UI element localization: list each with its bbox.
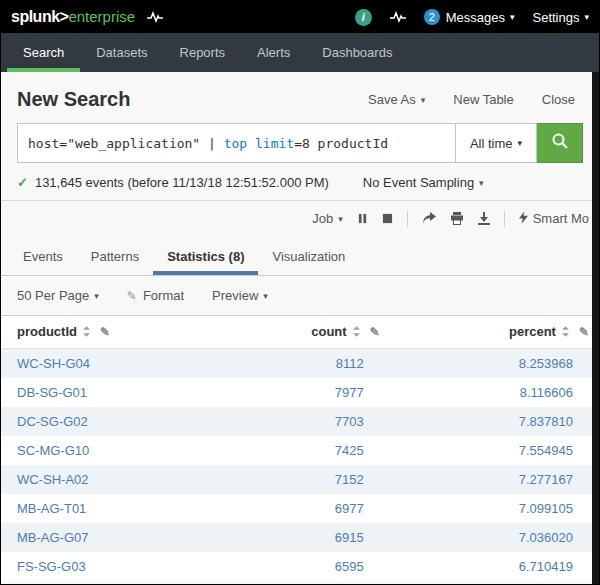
cell-percent[interactable]: 7.837810: [519, 414, 573, 429]
cell-percent[interactable]: 7.277167: [519, 472, 573, 487]
preview-label: Preview: [212, 288, 258, 303]
search-button[interactable]: [537, 123, 583, 163]
pencil-icon: ✎: [127, 289, 137, 303]
save-as-label: Save As: [368, 92, 416, 107]
search-input[interactable]: host="web_application" | top limit=8 pro…: [17, 123, 455, 163]
per-page-menu[interactable]: 50 Per Page ▾: [17, 288, 99, 303]
column-header-percent[interactable]: percent✎: [390, 316, 599, 349]
event-sampling-label: No Event Sampling: [363, 175, 474, 190]
sort-icon[interactable]: [562, 325, 569, 340]
query-pipe-token: |: [208, 136, 224, 151]
cell-percent[interactable]: 7.554945: [519, 443, 573, 458]
chevron-down-icon: ▾: [479, 178, 484, 188]
edit-column-icon[interactable]: ✎: [100, 325, 110, 339]
print-button[interactable]: [450, 212, 464, 225]
cell-count[interactable]: 6915: [335, 530, 364, 545]
tab-events[interactable]: Events: [9, 238, 77, 275]
cell-productid[interactable]: WC-SH-A02: [17, 472, 89, 487]
column-header-count[interactable]: count✎: [240, 316, 390, 349]
cell-percent[interactable]: 7.036020: [519, 530, 573, 545]
format-button[interactable]: ✎ Format: [127, 288, 184, 303]
cell-count[interactable]: 8112: [336, 356, 364, 371]
job-label: Job: [312, 211, 333, 226]
messages-menu[interactable]: 2 Messages ▾: [424, 9, 515, 25]
cell-percent[interactable]: 8.116606: [520, 385, 573, 400]
cell-count[interactable]: 6595: [335, 559, 364, 574]
result-status-text: 131,645 events (before 11/13/18 12:51:52…: [35, 175, 329, 190]
tab-patterns[interactable]: Patterns: [77, 238, 153, 275]
search-status-row: ✓ 131,645 events (before 11/13/18 12:51:…: [17, 175, 583, 190]
activity-icon[interactable]: [390, 11, 406, 23]
cell-percent[interactable]: 8.253968: [519, 356, 573, 371]
cell-productid[interactable]: WC-SH-G04: [17, 356, 90, 371]
query-rest-token: =8 productId: [294, 136, 388, 151]
divider: [407, 211, 408, 227]
edit-column-icon[interactable]: ✎: [370, 325, 380, 339]
sort-icon[interactable]: [83, 325, 90, 340]
cell-percent[interactable]: 6.710419: [519, 559, 573, 574]
cell-count[interactable]: 7425: [335, 443, 364, 458]
results-table-container: productId✎ count✎ percent✎ WC-SH-G04 811…: [1, 316, 599, 581]
save-as-menu[interactable]: Save As ▾: [368, 92, 425, 107]
results-rows: WC-SH-G04 8112 8.253968 DB-SG-G01 7977 8…: [1, 349, 599, 582]
column-header-productid[interactable]: productId✎: [1, 316, 240, 349]
search-bar: host="web_application" | top limit=8 pro…: [17, 123, 583, 163]
column-label: percent: [509, 324, 556, 339]
cell-count[interactable]: 7977: [335, 385, 364, 400]
table-header-row: productId✎ count✎ percent✎: [1, 316, 599, 349]
time-range-picker[interactable]: All time ▾: [455, 123, 537, 163]
right-edge-strip: [592, 72, 599, 584]
close-button[interactable]: Close: [542, 92, 575, 107]
activity-icon[interactable]: [147, 11, 163, 23]
cell-productid[interactable]: MB-AG-G07: [17, 530, 89, 545]
new-table-button[interactable]: New Table: [453, 92, 513, 107]
results-table: productId✎ count✎ percent✎ WC-SH-G04 811…: [1, 316, 599, 581]
stop-button[interactable]: [382, 213, 393, 224]
chevron-down-icon: ▾: [584, 12, 589, 22]
settings-menu[interactable]: Settings ▾: [532, 10, 589, 25]
table-row: WC-SH-A02 7152 7.277167: [1, 465, 599, 494]
chevron-down-icon: ▾: [421, 95, 426, 105]
sort-icon[interactable]: [353, 325, 360, 340]
job-controls-row: Job ▾ Smart Mo: [1, 200, 599, 236]
info-icon[interactable]: i: [355, 9, 372, 26]
logo-enterprise-text: enterprise: [68, 8, 135, 25]
chevron-down-icon: ▾: [263, 291, 268, 301]
divider: [504, 211, 505, 227]
settings-label: Settings: [532, 10, 579, 25]
nav-item-datasets[interactable]: Datasets: [80, 33, 163, 72]
tab-visualization[interactable]: Visualization: [258, 238, 359, 275]
cell-productid[interactable]: DC-SG-G02: [17, 414, 88, 429]
chevron-down-icon: ▾: [510, 12, 515, 22]
table-row: SC-MG-G10 7425 7.554945: [1, 436, 599, 465]
tab-statistics[interactable]: Statistics (8): [153, 238, 258, 275]
app-navbar: Search Datasets Reports Alerts Dashboard…: [1, 33, 599, 72]
search-mode-menu[interactable]: Smart Mo: [519, 211, 589, 227]
event-sampling-menu[interactable]: No Event Sampling ▾: [363, 175, 484, 190]
job-menu[interactable]: Job ▾: [312, 211, 343, 226]
search-mode-label: Smart Mo: [533, 211, 589, 226]
share-button[interactable]: [422, 212, 436, 225]
cell-count[interactable]: 6977: [335, 501, 364, 516]
nav-item-dashboards[interactable]: Dashboards: [306, 33, 408, 72]
cell-productid[interactable]: MB-AG-T01: [17, 501, 86, 516]
results-tabs: Events Patterns Statistics (8) Visualiza…: [1, 238, 599, 276]
nav-item-alerts[interactable]: Alerts: [241, 33, 306, 72]
cell-productid[interactable]: FS-SG-G03: [17, 559, 86, 574]
table-row: DC-SG-G02 7703 7.837810: [1, 407, 599, 436]
nav-item-search[interactable]: Search: [7, 33, 80, 72]
cell-productid[interactable]: SC-MG-G10: [17, 443, 89, 458]
chevron-down-icon: ▾: [518, 138, 523, 148]
nav-item-reports[interactable]: Reports: [164, 33, 242, 72]
cell-count[interactable]: 7152: [335, 472, 364, 487]
preview-menu[interactable]: Preview ▾: [212, 288, 268, 303]
logo-splunk-text: splunk>: [11, 8, 68, 26]
cell-count[interactable]: 7703: [335, 414, 364, 429]
cell-percent[interactable]: 7.099105: [519, 501, 573, 516]
query-keyword-token: limit: [255, 136, 294, 151]
edit-column-icon[interactable]: ✎: [579, 325, 589, 339]
cell-productid[interactable]: DB-SG-G01: [17, 385, 87, 400]
export-button[interactable]: [478, 212, 490, 225]
pause-button[interactable]: [357, 213, 368, 224]
title-row: New Search Save As ▾ New Table Close: [1, 72, 599, 123]
